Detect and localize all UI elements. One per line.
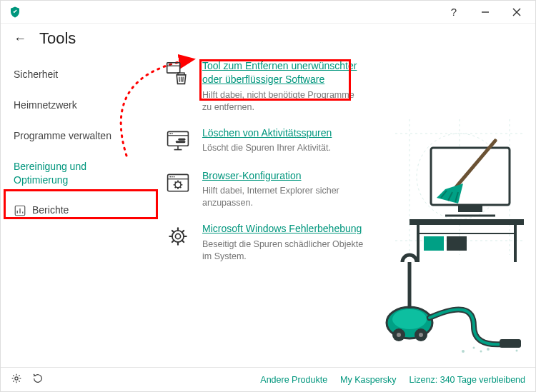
svg-line-37: [175, 186, 176, 187]
footer: Andere Produkte My Kaspersky Lizenz: 340…: [1, 367, 535, 391]
svg-point-49: [431, 148, 488, 205]
sidebar-item-label: Sicherheit: [14, 69, 58, 80]
svg-rect-56: [458, 205, 482, 212]
svg-rect-67: [447, 236, 467, 251]
svg-point-80: [516, 350, 518, 352]
svg-point-26: [169, 176, 171, 177]
settings-icon[interactable]: [11, 373, 22, 386]
svg-line-44: [172, 231, 174, 233]
footer-link-license[interactable]: Lizenz: 340 Tage verbleibend: [410, 375, 525, 385]
svg-point-10: [169, 64, 170, 65]
svg-line-88: [19, 375, 19, 376]
svg-line-58: [456, 141, 495, 187]
sidebar-item-manage-programs[interactable]: Programme verwalten: [1, 121, 144, 151]
decorative-illustration: [367, 112, 531, 355]
svg-rect-66: [424, 236, 444, 251]
svg-line-46: [182, 231, 184, 233]
svg-point-27: [172, 176, 173, 177]
svg-rect-62: [410, 219, 524, 225]
svg-point-29: [175, 181, 181, 187]
svg-point-71: [415, 328, 427, 341]
app-shield-icon: [8, 5, 22, 19]
svg-rect-12: [178, 73, 184, 75]
svg-point-39: [175, 234, 180, 239]
sidebar-item-label: Programme verwalten: [14, 130, 111, 141]
tool-item-windows-troubleshoot: Microsoft Windows Fehlerbehebung Beseiti…: [165, 222, 365, 263]
tool-item-software-cleaner: Tool zum Entfernen unerwünschter oder üb…: [165, 59, 365, 114]
tool-link-software-cleaner[interactable]: Tool zum Entfernen unerwünschter oder üb…: [202, 59, 365, 86]
svg-point-79: [462, 350, 465, 353]
svg-line-61: [455, 192, 458, 202]
svg-point-69: [392, 309, 427, 329]
titlebar: ?: [1, 1, 535, 24]
sidebar: Sicherheit Heimnetzwerk Programme verwal…: [1, 55, 144, 363]
svg-point-18: [169, 133, 171, 134]
tool-item-browser-config: Browser-Konfiguration Hilft dabei, Inter…: [165, 169, 365, 210]
windows-troubleshoot-icon: [165, 222, 191, 263]
svg-line-36: [180, 181, 181, 182]
browser-config-icon: [165, 169, 191, 210]
svg-rect-55: [431, 148, 510, 205]
svg-point-78: [473, 347, 475, 349]
privacy-cleaner-icon: [165, 126, 191, 156]
svg-point-77: [480, 351, 482, 353]
svg-line-87: [19, 381, 19, 381]
sidebar-item-security[interactable]: Sicherheit: [1, 59, 144, 90]
svg-line-45: [182, 241, 184, 243]
svg-line-60: [448, 192, 452, 201]
svg-line-47: [172, 241, 174, 243]
footer-link-my-kaspersky[interactable]: My Kaspersky: [340, 375, 397, 385]
content: Tool zum Entfernen unerwünschter oder üb…: [144, 55, 535, 363]
svg-line-34: [175, 181, 176, 182]
tool-desc: Beseitigt die Spuren schädlicher Objekte…: [202, 238, 365, 263]
refresh-icon[interactable]: [32, 373, 44, 386]
svg-line-86: [13, 375, 14, 376]
svg-point-70: [392, 328, 405, 341]
sidebar-item-label: Bereinigung und Optimierung: [14, 161, 86, 186]
sidebar-item-label: Heimnetzwerk: [14, 99, 77, 111]
reports-icon: [14, 204, 26, 217]
close-button[interactable]: [501, 1, 532, 24]
sidebar-item-reports[interactable]: Berichte: [1, 195, 144, 226]
svg-line-89: [13, 381, 14, 381]
back-button[interactable]: ←: [14, 31, 26, 46]
svg-point-19: [172, 133, 173, 134]
svg-point-81: [15, 377, 18, 380]
svg-point-76: [487, 348, 490, 351]
help-button[interactable]: ?: [438, 1, 470, 24]
sidebar-item-label: Berichte: [32, 203, 69, 217]
footer-link-other-products[interactable]: Andere Produkte: [260, 375, 327, 385]
software-cleaner-icon: [165, 59, 191, 114]
tool-item-privacy-cleaner: Löschen von Aktivitätsspuren Löscht die …: [165, 126, 365, 156]
sidebar-item-home-network[interactable]: Heimnetzwerk: [1, 90, 144, 121]
tool-desc: Hilft dabei, Internet Explorer sicher an…: [202, 185, 365, 209]
svg-point-28: [174, 176, 175, 177]
minimize-button[interactable]: [470, 1, 501, 24]
tool-link-browser-config[interactable]: Browser-Konfiguration: [202, 169, 302, 183]
svg-point-72: [397, 333, 401, 337]
svg-point-48: [417, 134, 502, 219]
tool-desc: Hilft dabei, nicht benötigte Programme z…: [202, 89, 365, 114]
svg-point-11: [170, 64, 172, 65]
tool-desc: Löscht die Spuren Ihrer Aktivität.: [202, 142, 332, 154]
header: ← Tools: [1, 24, 535, 55]
tool-link-windows-troubleshoot[interactable]: Microsoft Windows Fehlerbehebung: [202, 222, 362, 236]
page-title: Tools: [39, 29, 76, 48]
svg-line-35: [180, 186, 181, 187]
svg-point-73: [419, 333, 423, 337]
tool-link-privacy-cleaner[interactable]: Löschen von Aktivitätsspuren: [202, 126, 332, 140]
svg-point-68: [387, 307, 432, 338]
svg-line-59: [441, 191, 447, 198]
svg-rect-74: [500, 339, 521, 348]
sidebar-item-cleanup[interactable]: Bereinigung und Optimierung: [1, 151, 144, 196]
